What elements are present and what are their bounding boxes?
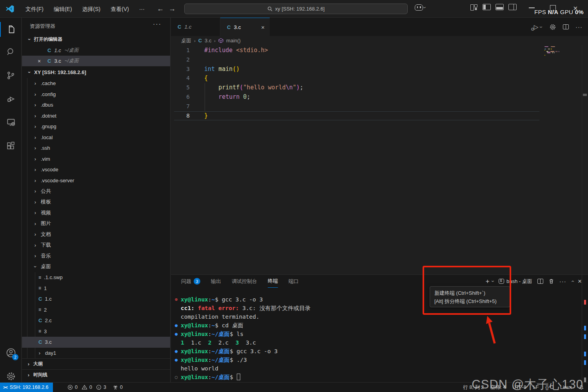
- panel-tab-1[interactable]: 输出: [211, 275, 221, 288]
- tree-file[interactable]: ≡1: [22, 283, 170, 294]
- menu-item-0[interactable]: 文件(F): [20, 4, 49, 15]
- breadcrumb-desktop[interactable]: 桌面: [181, 37, 191, 44]
- tree-folder-name: 公共: [41, 188, 51, 195]
- more-actions-icon[interactable]: ···: [559, 278, 566, 285]
- timeline-header[interactable]: › 时间线: [22, 369, 170, 380]
- minimap[interactable]: [544, 46, 559, 56]
- account-button[interactable]: 2: [0, 343, 22, 363]
- tree-folder[interactable]: ›.local: [22, 132, 170, 143]
- maximize-panel-icon[interactable]: ›: [569, 281, 575, 282]
- tree-file-name: 2: [44, 307, 47, 313]
- tree-folder[interactable]: ›.vscode-server: [22, 175, 170, 186]
- ports-status[interactable]: 0: [113, 383, 123, 392]
- tree-file[interactable]: ›day1: [22, 348, 170, 359]
- chevron-right-icon: ›: [33, 134, 38, 140]
- panel-tab-3[interactable]: 终端: [268, 275, 278, 288]
- toggle-panel-icon[interactable]: [495, 4, 504, 10]
- minimap-line: [544, 51, 559, 52]
- split-editor-icon[interactable]: [563, 24, 569, 29]
- panel-tab-2[interactable]: 调试控制台: [232, 275, 257, 288]
- open-editor-item[interactable]: ×C3.c~/桌面: [22, 56, 170, 66]
- panel-tab-0[interactable]: 问题3: [181, 275, 200, 288]
- tree-folder-desktop[interactable]: ›桌面: [22, 261, 170, 272]
- scrollbar-track: [582, 275, 582, 382]
- tree-folder[interactable]: ›音乐: [22, 250, 170, 261]
- terminal-command-mark: [584, 377, 586, 382]
- toggle-secondary-sidebar-icon[interactable]: [508, 4, 517, 10]
- run-debug-button[interactable]: ▷ⵙ: [534, 24, 539, 31]
- toggle-sidebar-icon[interactable]: [483, 4, 491, 10]
- terminal-instance-label[interactable]: bash - 桌面: [499, 278, 532, 285]
- tree-folder[interactable]: ›.cache: [22, 78, 170, 89]
- chevron-right-icon: ›: [26, 361, 31, 367]
- breadcrumb-symbol[interactable]: main(): [226, 38, 241, 44]
- tree-folder[interactable]: ›.ssh: [22, 143, 170, 154]
- tree-folder[interactable]: ›.dbus: [22, 100, 170, 111]
- tree-folder[interactable]: ›下载: [22, 240, 170, 251]
- run-debug-icon: [6, 94, 16, 104]
- menu-item-2[interactable]: 选择(S): [77, 4, 106, 15]
- tab-3c[interactable]: C 3.c ×: [220, 18, 270, 36]
- tab-1c[interactable]: C 1.c: [171, 18, 220, 36]
- remote-indicator[interactable]: >< SSH: 192.168.2.6: [0, 383, 53, 392]
- sidebar-item-remote-explorer[interactable]: [0, 113, 22, 132]
- gear-icon[interactable]: [549, 24, 556, 31]
- close-tab-icon[interactable]: ×: [261, 24, 265, 31]
- tree-folder[interactable]: ›.vscode: [22, 164, 170, 175]
- more-actions-icon[interactable]: ···: [575, 24, 583, 30]
- back-arrow-icon[interactable]: ←: [157, 5, 164, 13]
- tree-folder[interactable]: ›.gnupg: [22, 121, 170, 132]
- tree-folder[interactable]: ›模板: [22, 197, 170, 208]
- menu-item-1[interactable]: 编辑(E): [49, 4, 77, 15]
- tree-folder[interactable]: ›公共: [22, 186, 170, 197]
- panel-tab-4[interactable]: 端口: [289, 275, 299, 288]
- code-editor[interactable]: 1#include <stdio.h>23int main()4{5 print…: [171, 45, 588, 274]
- outline-header[interactable]: › 大纲: [22, 358, 170, 369]
- sidebar-item-explorer[interactable]: [0, 20, 22, 39]
- sidebar-item-search[interactable]: [0, 42, 22, 62]
- open-editor-item[interactable]: C1.c~/桌面: [22, 45, 170, 56]
- forward-arrow-icon[interactable]: →: [169, 5, 176, 13]
- terminal-line: ●xy@linux:~$ cd 桌面: [181, 321, 310, 330]
- tree-file[interactable]: ≡3: [22, 326, 170, 337]
- tree-folder[interactable]: ›文档: [22, 229, 170, 240]
- minimize-icon[interactable]: [529, 7, 535, 8]
- new-terminal-button[interactable]: +: [486, 278, 490, 285]
- sidebar-item-source-control[interactable]: [0, 65, 22, 85]
- menu-item-4[interactable]: ···: [134, 4, 150, 15]
- explorer-sidebar: 资源管理器 ··· › 打开的编辑器 C1.c~/桌面×C3.c~/桌面 › X…: [22, 18, 171, 382]
- tree-file[interactable]: C2.c: [22, 315, 170, 326]
- terminal[interactable]: ⊗xy@linux:~$ gcc 3.c -o 3cc1: fatal erro…: [181, 295, 310, 381]
- c-file-icon: C: [47, 58, 51, 64]
- tree-folder[interactable]: ›.config: [22, 89, 170, 100]
- tree-file[interactable]: ≡2: [22, 305, 170, 316]
- close-editor-icon[interactable]: ×: [38, 58, 41, 64]
- tree-file[interactable]: ≡.1.c.swp: [22, 272, 170, 283]
- sidebar-item-run-debug[interactable]: [0, 89, 22, 109]
- tree-folder[interactable]: ›视频: [22, 207, 170, 218]
- vscode-window: 文件(F)编辑(E)选择(S)查看(V)··· ← → xy [SSH: 192…: [0, 0, 588, 392]
- customize-layout-icon[interactable]: [470, 4, 478, 10]
- command-center-search[interactable]: xy [SSH: 192.168.2.6]: [184, 4, 408, 14]
- tree-file[interactable]: C1.c: [22, 294, 170, 305]
- explorer-more-actions[interactable]: ···: [153, 21, 162, 28]
- tree-folder-name: .vscode-server: [41, 178, 74, 183]
- sidebar-item-extensions[interactable]: [0, 136, 22, 156]
- menu-item-3[interactable]: 查看(V): [105, 4, 134, 15]
- copilot-menu[interactable]: ›: [415, 4, 426, 11]
- close-panel-icon[interactable]: ×: [578, 278, 582, 285]
- breadcrumb-file[interactable]: 3.c: [205, 38, 211, 44]
- open-editors-header[interactable]: › 打开的编辑器: [22, 33, 170, 45]
- tree-file[interactable]: C3.c: [22, 337, 170, 348]
- line-number: 1: [171, 46, 190, 55]
- tree-folder[interactable]: ›.dotnet: [22, 111, 170, 122]
- chevron-down-icon[interactable]: ›: [539, 26, 545, 28]
- split-terminal-icon[interactable]: [537, 279, 543, 284]
- tree-folder[interactable]: ›图片: [22, 218, 170, 229]
- open-editor-name: 3.c: [54, 58, 61, 64]
- problems-status[interactable]: 0 0 3: [67, 383, 106, 392]
- trash-icon[interactable]: [548, 278, 554, 284]
- terminal-dropdown-icon[interactable]: ›: [490, 281, 496, 282]
- tree-folder[interactable]: ›.vim: [22, 154, 170, 165]
- workspace-header[interactable]: › XY [SSH: 192.168.2.6]: [22, 66, 170, 78]
